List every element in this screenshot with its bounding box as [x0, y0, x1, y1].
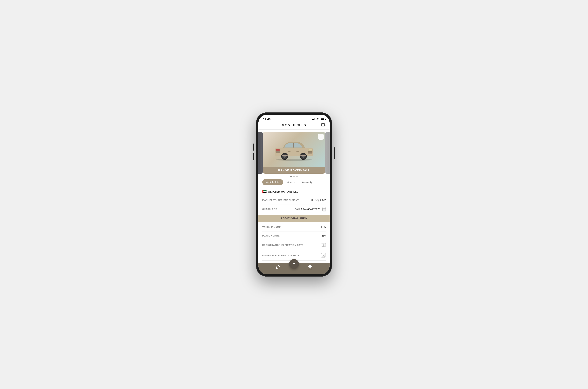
- tab-warranty[interactable]: Warranty: [298, 179, 316, 185]
- chassis-value: SALLAAAV6FA776975: [294, 208, 320, 211]
- plate-number-value: 266: [322, 234, 326, 237]
- manufacturer-enrolment-value: 06 Sep 2022: [311, 198, 326, 201]
- dot-1[interactable]: [293, 176, 295, 177]
- svg-rect-8: [308, 149, 312, 151]
- registration-expiration-row: REGISTRATION EXPIRATION DATE: [262, 240, 326, 250]
- vehicle-name-label: VEHICLE NAME: [262, 226, 281, 228]
- car-card-main: ⋯: [258, 132, 330, 174]
- insurance-expiration-label: INSURANCE EXPIRATION DATE: [262, 254, 300, 257]
- garage-icon: [307, 264, 312, 270]
- chassis-label: CHASSIS NO.: [262, 208, 278, 210]
- dealer-row: 🇦🇪 ALTAYER MOTORS LLC: [262, 188, 326, 196]
- content-area: ⋯: [258, 130, 330, 263]
- fab-up-button[interactable]: [289, 259, 299, 269]
- additional-info-section: VEHICLE NAME LR5 PLATE NUMBER 266 REGIST…: [258, 223, 330, 261]
- status-icons: [311, 118, 325, 120]
- vehicle-carousel: ⋯: [258, 130, 330, 179]
- battery-icon: [320, 118, 325, 120]
- tab-bar: Vehicle Info Videos Warranty: [258, 179, 330, 188]
- vehicle-name-value: LR5: [321, 226, 326, 228]
- car-image: ⋯: [262, 132, 326, 167]
- dealer-name: ALTAYER MOTORS LLC: [268, 190, 299, 193]
- svg-rect-9: [308, 151, 312, 152]
- status-bar: 12:48: [258, 115, 330, 122]
- svg-rect-11: [276, 149, 280, 151]
- signal-icon: [311, 118, 315, 120]
- car-name: RANGE ROVER-2022: [262, 167, 326, 174]
- bottom-nav: [258, 263, 330, 274]
- app-header: MY VEHICLES: [258, 122, 330, 130]
- more-options-button[interactable]: ⋯: [318, 134, 324, 140]
- page-title: MY VEHICLES: [282, 124, 306, 127]
- nav-home[interactable]: [276, 264, 281, 270]
- tab-vehicle-info[interactable]: Vehicle Info: [262, 179, 283, 185]
- wifi-icon: [316, 118, 319, 120]
- home-icon: [276, 264, 281, 270]
- manufacturer-enrolment-label: MANUFACTURER ENROLMENT: [262, 199, 299, 201]
- dot-2[interactable]: [296, 176, 298, 177]
- uae-flag-icon: 🇦🇪: [262, 190, 266, 194]
- svg-point-21: [275, 159, 313, 161]
- vehicle-info-section: 🇦🇪 ALTAYER MOTORS LLC MANUFACTURER ENROL…: [258, 188, 330, 214]
- copy-chassis-button[interactable]: [322, 207, 326, 211]
- registration-expiration-label: REGISTRATION EXPIRATION DATE: [262, 244, 303, 246]
- nav-garage[interactable]: [307, 264, 312, 270]
- svg-rect-19: [288, 151, 291, 152]
- add-insurance-date-button[interactable]: [321, 253, 326, 258]
- vehicle-name-row: VEHICLE NAME LR5: [262, 223, 326, 231]
- plate-number-row: PLATE NUMBER 266: [262, 231, 326, 240]
- carousel-dots: [258, 174, 330, 179]
- svg-rect-20: [296, 151, 299, 152]
- manufacturer-enrolment-row: MANUFACTURER ENROLMENT 06 Sep 2022: [262, 196, 326, 204]
- add-vehicle-button[interactable]: [321, 123, 326, 129]
- dot-0[interactable]: [290, 176, 292, 177]
- svg-rect-28: [308, 266, 312, 269]
- add-registration-date-button[interactable]: [321, 243, 326, 247]
- tab-videos[interactable]: Videos: [283, 179, 298, 185]
- status-time: 12:48: [263, 118, 270, 121]
- additional-info-header: ADDITIONAL INFO: [258, 215, 330, 222]
- car-illustration: [271, 137, 317, 162]
- chassis-row: CHASSIS NO. SALLAAAV6FA776975: [262, 204, 326, 214]
- plate-number-label: PLATE NUMBER: [262, 235, 282, 237]
